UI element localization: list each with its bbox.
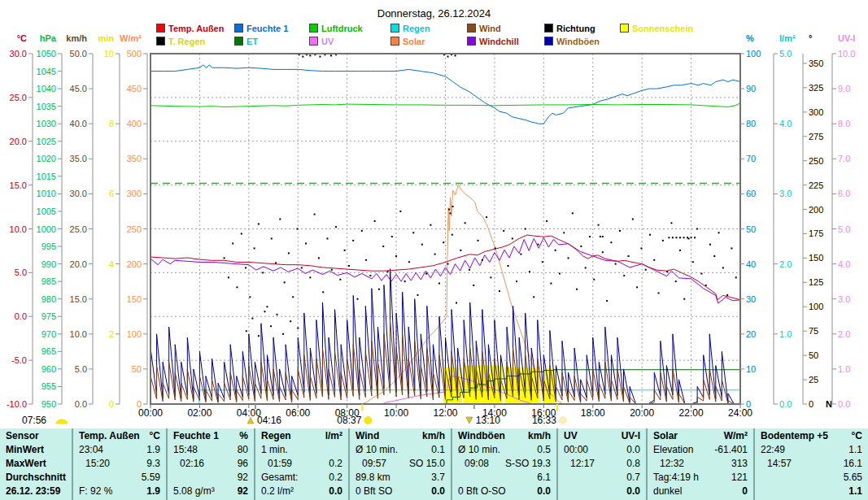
table-cell: 6.1 [452,471,556,485]
table-cell: 00:000.0 [558,443,646,457]
axis-label: 100 [746,49,761,59]
axis-label: 10.0 [10,224,27,234]
axis-pct: 1009080706050403020100% [740,33,761,409]
axis-label: UV-I [838,33,855,43]
table-cell: 0.0 [558,485,646,498]
axis-label: 1000 [37,224,56,234]
axis-label: °C [17,33,27,43]
axis-label: 1050 [37,49,56,59]
table-column-wind: Windkm/hØ 10 min.0.109:57SO 15.089.8 km3… [348,428,451,500]
axis-label: 15.0 [70,294,87,304]
axis-label: 30.0 [70,189,87,198]
axis-label: % [746,33,754,43]
axis-deg: 3503253002752502252001751501251007550250… [803,33,832,409]
axis-label: km/h [66,33,87,43]
axis-label: 950 [41,399,56,409]
axis-label: 25.0 [70,224,87,234]
axis-label: 8.0 [838,119,850,128]
table-cell: 0.2 l/m²0.0 [255,485,348,498]
axis-label: 07:56 [22,415,46,426]
axis-label: 24:00 [728,407,752,419]
axis-label: 40.0 [70,119,87,128]
axis-label: 970 [41,329,56,339]
axis-label: 1040 [37,84,56,93]
axis-label: 0.0 [75,399,87,409]
axis-label: 10.0 [838,49,855,59]
axis-label: 990 [41,259,56,269]
axis-label: 40 [746,259,756,269]
table-cell: 12:32313 [648,457,753,471]
axis-label: 100 [809,302,823,311]
axis-label: 200 [127,259,142,269]
axis-label: 20.0 [70,259,87,269]
axis-label: min [98,33,114,43]
axis-label: 12:00 [433,407,457,419]
axis-label: 125 [809,277,823,287]
axis-label: 10 [104,49,114,59]
axis-label: 995 [41,241,56,251]
axis-label: 300 [127,189,142,198]
axis-label: 4 [109,259,114,269]
table-cell: 1.1 [755,485,868,498]
axis-label: 300 [809,107,823,117]
table-cell: 09:57SO 15.0 [350,457,451,471]
moonset-icon [466,417,473,424]
table-cell: dunkel0 [648,485,753,498]
table-cell: 15:4880 [168,443,254,457]
axis-uvi: 10.09.08.07.06.05.04.03.02.01.00.0UV-I [832,33,855,409]
table-cell: 0 Bft O-SO0.0 [452,485,556,498]
axis-label: 2.0 [779,259,792,269]
table-header-cell: Temp. Außen°C [73,428,166,443]
axis-label: 5.0 [75,364,87,374]
series-richtung-scatter [224,54,737,337]
axis-label: 5.0 [779,49,792,59]
table-cell: Tag:4:19 h121 [648,471,753,485]
axis-label: -10.0 [7,399,27,409]
axis-label: 4.0 [838,259,850,269]
axis-label: 00:00 [138,407,163,419]
axis-label: 0 [746,399,751,409]
axis-label: 90 [746,84,756,93]
axis-label: -5.0 [11,355,27,365]
axis-label: 1045 [37,67,56,76]
axis-label: ° [809,33,812,43]
axis-label: 7.0 [838,154,850,163]
axis-label: 50.0 [70,49,87,59]
axis-label: 1005 [37,207,56,216]
axis-label: 22:00 [679,407,704,419]
sun-pale-icon [559,417,566,424]
axis-label: 20.0 [10,137,27,146]
table-column-sensor: SensorMinWertMaxWertDurchschnitt26.12. 2… [0,428,72,500]
table-cell: 02:1696 [168,457,254,471]
axis-lm2: 5.04.03.02.01.00.0l/m² [774,33,796,409]
axis-label: 0 [137,399,142,409]
axis-label: 60 [746,189,756,198]
axis-label: 13:10 [476,415,500,426]
table-cell: 5.08 g/m³92 [168,485,254,498]
axis-label: 10:00 [384,407,408,419]
table-column-bodentemp-5: Bodentemp +5°C22:491.114:5716.15.651.1 [753,428,868,500]
table-column-solar: SolarW/m²Elevation-61.40112:32313Tag:4:1… [646,428,753,500]
axis-label: 200 [809,205,823,215]
axis-label: 5.0 [15,267,27,277]
axis-hpa: 1050104510401035103010251020101510101005… [37,33,62,409]
table-header-cell: Bodentemp +5°C [755,428,868,443]
table-row-label: Sensor [0,428,72,443]
axis-label: 1025 [37,137,56,146]
table-header-cell: Feuchte 1% [168,428,254,443]
axis-label: 1035 [37,102,56,111]
axis-label: 25.0 [10,93,27,102]
axis-label: 350 [809,59,823,68]
table-cell: 09:08S-SO 19.3 [452,457,556,471]
table-cell: 0.7 [558,471,646,485]
axis-label: 08:37 [337,415,361,426]
axis-label: 2.0 [838,329,850,339]
axis-label: 16:33 [532,415,556,426]
axis-label: 3.0 [779,189,792,198]
table-cell: Ø 10 min.0.1 [350,443,451,457]
table-header-cell: Windböenkm/h [452,428,556,443]
axis-label: 30.0 [10,49,27,59]
axis-label: 45.0 [70,84,87,93]
stats-table: SensorMinWertMaxWertDurchschnitt26.12. 2… [0,428,868,500]
weather-chart: 00:0002:0004:0006:0008:0010:0012:0014:00… [0,0,868,428]
